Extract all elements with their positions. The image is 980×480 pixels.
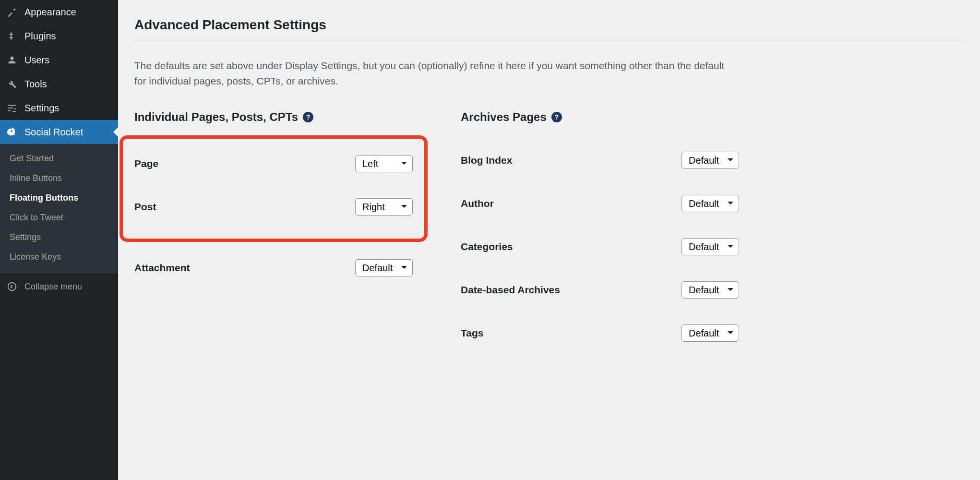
setting-row-author: Author DefaultLeftRight	[461, 189, 739, 218]
section-heading-archives: Archives Pages ?	[461, 110, 739, 124]
submenu-item-click-to-tweet[interactable]: Click to Tweet	[0, 208, 118, 228]
submenu-item-get-started[interactable]: Get Started	[0, 149, 118, 168]
sidebar-item-label: Plugins	[24, 31, 56, 42]
individual-posts-section: Individual Pages, Posts, CPTs ? Page Def…	[134, 110, 413, 297]
help-icon[interactable]: ?	[551, 112, 562, 122]
setting-label: Attachment	[134, 262, 190, 274]
collapse-label: Collapse menu	[24, 282, 82, 292]
tools-icon	[6, 78, 18, 90]
section-heading-label: Archives Pages	[461, 110, 547, 124]
sidebar-submenu: Get Started Inline Buttons Floating Butt…	[0, 144, 118, 274]
main-content: Advanced Placement Settings The defaults…	[118, 0, 980, 480]
select-author-position[interactable]: DefaultLeftRight	[681, 195, 739, 212]
intro-text: The defaults are set above under Display…	[134, 58, 729, 88]
sidebar-item-settings[interactable]: Settings	[0, 96, 118, 120]
sidebar-item-users[interactable]: Users	[0, 48, 118, 72]
submenu-item-inline-buttons[interactable]: Inline Buttons	[0, 168, 118, 188]
sidebar-item-social-rocket[interactable]: Social Rocket	[0, 120, 118, 144]
setting-label: Author	[461, 198, 494, 209]
collapse-menu-button[interactable]: Collapse menu	[0, 274, 118, 300]
setting-row-blog-index: Blog Index DefaultLeftRight	[461, 146, 739, 175]
admin-sidebar: Appearance Plugins Users Tools Settings …	[0, 0, 118, 480]
setting-label: Categories	[461, 241, 513, 252]
select-date-archives-position[interactable]: DefaultLeftRight	[681, 281, 739, 299]
plugins-icon	[6, 30, 18, 42]
archives-section: Archives Pages ? Blog Index DefaultLeftR…	[461, 110, 739, 362]
page-title: Advanced Placement Settings	[134, 17, 964, 33]
sidebar-item-tools[interactable]: Tools	[0, 72, 118, 96]
submenu-item-settings[interactable]: Settings	[0, 228, 118, 247]
setting-row-page: Page DefaultLeftRight	[134, 149, 413, 178]
setting-label: Tags	[461, 327, 483, 339]
sidebar-item-label: Settings	[24, 103, 59, 114]
settings-icon	[6, 102, 18, 114]
svg-point-0	[8, 283, 16, 291]
sidebar-item-plugins[interactable]: Plugins	[0, 24, 118, 48]
setting-row-attachment: Attachment DefaultLeftRight	[134, 253, 413, 282]
select-categories-position[interactable]: DefaultLeftRight	[681, 238, 739, 255]
sidebar-item-label: Appearance	[24, 7, 76, 18]
help-icon[interactable]: ?	[303, 112, 313, 122]
collapse-icon	[6, 280, 18, 293]
select-blog-index-position[interactable]: DefaultLeftRight	[681, 152, 739, 169]
select-page-position[interactable]: DefaultLeftRight	[355, 155, 413, 172]
highlighted-settings-box: Page DefaultLeftRight Post DefaultLeftRi…	[120, 135, 428, 242]
section-heading-label: Individual Pages, Posts, CPTs	[134, 110, 298, 124]
divider	[134, 40, 964, 41]
setting-row-post: Post DefaultLeftRight	[134, 192, 413, 221]
setting-label: Post	[134, 201, 156, 213]
setting-row-categories: Categories DefaultLeftRight	[461, 232, 739, 261]
users-icon	[6, 54, 18, 66]
setting-label: Page	[134, 158, 158, 169]
sidebar-item-label: Social Rocket	[24, 127, 83, 138]
setting-row-date-archives: Date-based Archives DefaultLeftRight	[461, 276, 739, 304]
submenu-item-floating-buttons[interactable]: Floating Buttons	[0, 188, 118, 208]
sidebar-item-label: Users	[24, 55, 49, 66]
select-tags-position[interactable]: DefaultLeftRight	[681, 324, 739, 342]
select-post-position[interactable]: DefaultLeftRight	[355, 198, 413, 216]
sidebar-item-appearance[interactable]: Appearance	[0, 0, 118, 24]
setting-label: Date-based Archives	[461, 284, 560, 296]
submenu-item-license-keys[interactable]: License Keys	[0, 247, 118, 267]
select-attachment-position[interactable]: DefaultLeftRight	[355, 259, 413, 276]
rocket-icon	[6, 126, 18, 138]
setting-row-tags: Tags DefaultLeftRight	[461, 319, 739, 348]
setting-label: Blog Index	[461, 155, 512, 166]
section-heading-individual: Individual Pages, Posts, CPTs ?	[134, 110, 413, 124]
appearance-icon	[6, 6, 18, 18]
sidebar-item-label: Tools	[24, 79, 47, 90]
